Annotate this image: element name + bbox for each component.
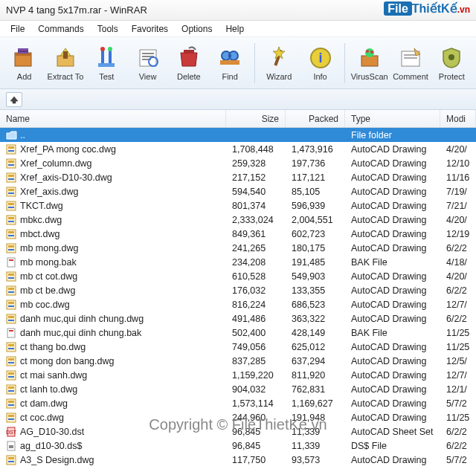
file-row[interactable]: ct lanh to.dwg904,032762,831AutoCAD Draw… [0, 382, 476, 396]
svg-rect-75 [8, 348, 14, 349]
file-row[interactable]: TKCT.dwg801,374596,939AutoCAD Drawing7/2… [0, 198, 476, 213]
svg-rect-67 [8, 305, 14, 307]
file-type: File folder [345, 129, 440, 141]
column-modified[interactable]: Modi [440, 110, 476, 127]
file-row[interactable]: Xref_PA mong coc.dwg1,708,4481,473,916Au… [0, 142, 476, 156]
protect-icon [439, 45, 464, 71]
delete-button[interactable]: Delete [169, 40, 208, 86]
find-icon [217, 45, 242, 71]
svg-rect-96 [8, 457, 14, 459]
view-button[interactable]: View [128, 40, 167, 86]
file-packed: 637,294 [286, 355, 345, 367]
menu-favorites[interactable]: Favorites [126, 22, 174, 36]
file-name: mb mong.bak [20, 257, 77, 268]
file-row[interactable]: Xref_axis.dwg594,54085,105AutoCAD Drawin… [0, 184, 476, 198]
protect-button[interactable]: Protect [432, 40, 472, 86]
file-packed: 1,473,916 [286, 143, 345, 155]
svg-rect-78 [8, 362, 14, 363]
file-row[interactable]: danh muc,qui dinh chung.dwg491,486363,32… [0, 311, 476, 326]
up-button[interactable] [6, 92, 22, 107]
column-packed[interactable]: Packed [286, 110, 345, 127]
file-row[interactable]: mb ct be.dwg176,032133,355AutoCAD Drawin… [0, 283, 476, 297]
virusscan-button[interactable]: VirusScan [350, 40, 389, 86]
svg-rect-34 [8, 146, 14, 149]
view-icon [135, 45, 161, 71]
file-row[interactable]: danh muc,qui dinh chung.bak502,400428,14… [0, 326, 476, 340]
wizard-icon [266, 45, 292, 71]
file-type: AutoCAD Drawing [345, 398, 440, 410]
menu-options[interactable]: Options [176, 22, 218, 36]
file-name: AG_D10-30.dst [20, 427, 84, 437]
find-button[interactable]: Find [210, 40, 249, 86]
svg-rect-37 [8, 161, 14, 163]
file-row[interactable]: mb ct cot.dwg610,528549,903AutoCAD Drawi… [0, 269, 476, 283]
file-packed: 11,339 [286, 440, 345, 452]
file-name: ct thang bo.dwg [20, 342, 86, 352]
file-modified: 12/10 [440, 158, 476, 169]
file-row[interactable]: DSTAG_D10-30.dst96,84511,339AutoCAD Shee… [0, 424, 476, 439]
test-button[interactable]: Test [87, 40, 126, 86]
column-type[interactable]: Type [345, 110, 440, 127]
file-type: AutoCAD Drawing [345, 242, 440, 254]
file-row[interactable]: ct mong don bang.dwg837,285637,294AutoCA… [0, 354, 476, 368]
file-name: mbkc.dwg [20, 215, 62, 225]
svg-rect-16 [184, 50, 194, 53]
svg-rect-80 [8, 372, 14, 375]
file-row[interactable]: A3_S Design.dwg117,75093,573AutoCAD Draw… [0, 453, 476, 467]
file-size: 849,361 [226, 228, 286, 240]
file-packed: 191,485 [286, 256, 345, 268]
column-size[interactable]: Size [226, 110, 286, 127]
svg-rect-46 [8, 203, 14, 205]
ds-file-icon [6, 441, 17, 451]
info-button[interactable]: iInfo [300, 40, 340, 86]
file-row[interactable]: ct thang bo.dwg749,056625,012AutoCAD Dra… [0, 340, 476, 354]
file-name: ct dam.dwg [20, 398, 68, 409]
delete-icon [176, 45, 202, 71]
file-row[interactable]: ct dam.dwg1,573,1141,169,627AutoCAD Draw… [0, 396, 476, 410]
file-row[interactable]: mb coc.dwg816,224686,523AutoCAD Drawing1… [0, 297, 476, 311]
toolbar-label: Add [17, 72, 32, 81]
file-row[interactable]: mbct.dwg849,361602,723AutoCAD Drawing12/… [0, 227, 476, 241]
file-name: .. [20, 130, 25, 140]
menu-help[interactable]: Help [219, 22, 250, 36]
dwg-file-icon [6, 158, 17, 169]
svg-rect-77 [8, 358, 14, 360]
toolbar-label: Find [222, 72, 237, 81]
dwg-file-icon [6, 187, 17, 197]
file-type: AutoCAD Drawing [345, 299, 440, 311]
menu-tools[interactable]: Tools [91, 22, 124, 36]
file-name: ag_d10-30.ds$ [20, 441, 82, 451]
file-size: 241,265 [226, 242, 286, 254]
wizard-button[interactable]: Wizard [260, 40, 299, 86]
file-modified: 12/7/ [440, 299, 476, 311]
file-row[interactable]: ct coc.dwg244,960191,948AutoCAD Drawing1… [0, 410, 476, 424]
bak-file-icon [6, 257, 17, 268]
file-size: 801,374 [226, 200, 286, 212]
svg-rect-41 [8, 178, 14, 180]
file-name: danh muc,qui dinh chung.bak [20, 328, 141, 338]
file-row[interactable]: Xref_column.dwg259,328197,736AutoCAD Dra… [0, 156, 476, 170]
extract-to-button[interactable]: Extract To [45, 40, 85, 86]
file-row[interactable]: mb mong.dwg241,265180,175AutoCAD Drawing… [0, 241, 476, 255]
parent-folder-row[interactable]: ..File folder [0, 128, 476, 142]
file-row[interactable]: mb mong.bak234,208191,485BAK File4/18/ [0, 255, 476, 269]
file-row[interactable]: mbkc.dwg2,333,0242,004,551AutoCAD Drawin… [0, 213, 476, 227]
file-packed: 11,339 [286, 426, 345, 438]
file-row[interactable]: ct mai sanh.dwg1,159,220811,920AutoCAD D… [0, 368, 476, 382]
menu-file[interactable]: File [4, 22, 30, 36]
svg-rect-64 [8, 291, 14, 293]
file-row[interactable]: Xref_axis-D10-30.dwg217,152117,121AutoCA… [0, 170, 476, 184]
menu-commands[interactable]: Commands [32, 22, 89, 36]
svg-rect-50 [8, 221, 14, 222]
svg-rect-56 [8, 249, 14, 250]
column-name[interactable]: Name [0, 110, 226, 127]
file-modified: 12/1/ [440, 384, 476, 395]
svg-rect-55 [8, 245, 14, 248]
file-type: AutoCAD Drawing [345, 158, 440, 169]
file-name: ct coc.dwg [20, 413, 64, 423]
file-row[interactable]: ag_d10-30.ds$96,84511,339DS$ File6/2/2 [0, 439, 476, 453]
add-button[interactable]: Add [4, 40, 44, 86]
file-size: 502,400 [226, 327, 286, 339]
comment-button[interactable]: Comment [390, 40, 430, 86]
dst-file-icon: DST [6, 427, 17, 437]
